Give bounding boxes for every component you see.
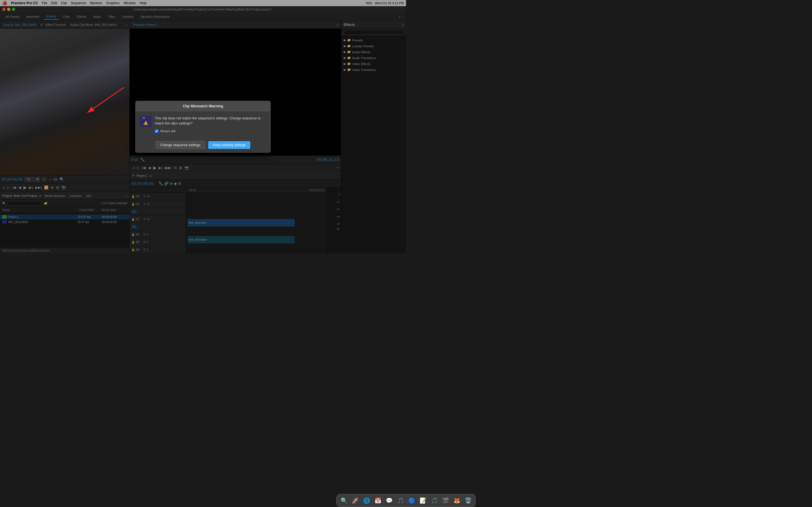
keep-existing-settings-button[interactable]: Keep existing settings bbox=[208, 141, 251, 149]
dialog-overlay: Clip Mismatch Warning Pr ! This clip doe… bbox=[0, 0, 406, 253]
svg-text:!: ! bbox=[146, 122, 146, 125]
dialog-message-text: This clip does not match the sequence's … bbox=[155, 116, 260, 125]
dialog-always-ask-row: Always ask bbox=[155, 129, 266, 133]
change-sequence-settings-button[interactable]: Change sequence settings bbox=[156, 141, 205, 149]
always-ask-checkbox[interactable] bbox=[155, 129, 158, 133]
svg-text:Pr: Pr bbox=[142, 117, 146, 120]
clip-mismatch-dialog: Clip Mismatch Warning Pr ! This clip doe… bbox=[135, 101, 271, 153]
arrow-indicator bbox=[79, 84, 130, 118]
always-ask-label: Always ask bbox=[160, 129, 175, 133]
dialog-titlebar: Clip Mismatch Warning bbox=[136, 101, 270, 111]
dialog-warning-icon: Pr ! bbox=[140, 116, 151, 127]
dialog-message-area: This clip does not match the sequence's … bbox=[155, 116, 266, 133]
svg-line-5 bbox=[87, 87, 124, 113]
dialog-buttons: Change sequence settings Keep existing s… bbox=[136, 138, 270, 152]
dialog-body: Pr ! This clip does not match the sequen… bbox=[136, 111, 270, 138]
dialog-title: Clip Mismatch Warning bbox=[183, 104, 223, 108]
